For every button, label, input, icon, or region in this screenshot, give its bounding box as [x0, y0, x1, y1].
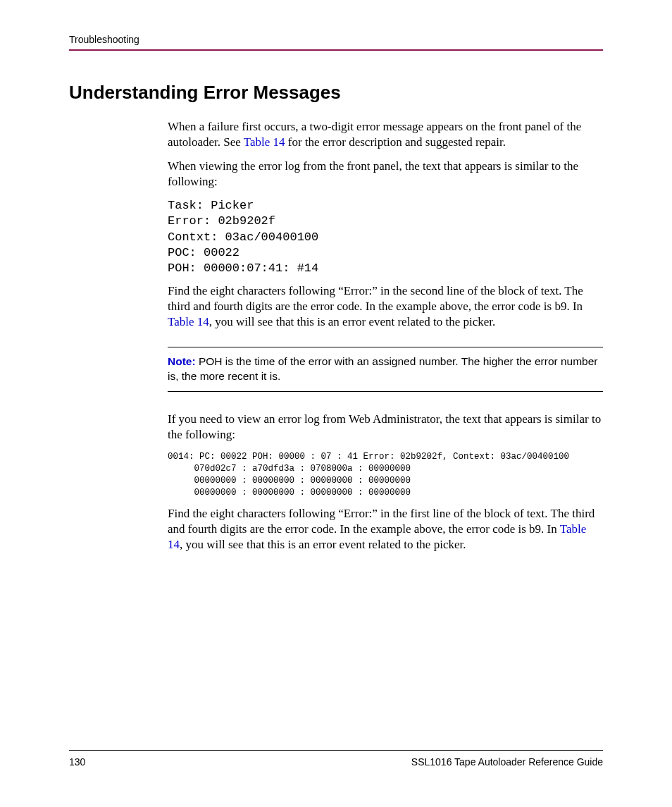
paragraph-3: Find the eight characters following “Err… — [168, 283, 603, 330]
note-box: Note: POH is the time of the error with … — [168, 347, 603, 392]
error-log-front-panel: Task: Picker Error: 02b9202f Contxt: 03a… — [168, 198, 603, 276]
section-title: Understanding Error Messages — [69, 82, 603, 104]
p3-text-1: Find the eight characters following “Err… — [168, 284, 583, 313]
p3-text-2: , you will see that this is an error eve… — [209, 315, 495, 328]
note-text: Note: POH is the time of the error with … — [168, 355, 603, 384]
p1-text-2: for the error description and suggested … — [285, 135, 506, 149]
running-header: Troubleshooting — [69, 34, 603, 45]
document-title: SSL1016 Tape Autoloader Reference Guide — [411, 756, 603, 768]
paragraph-5: Find the eight characters following “Err… — [168, 506, 603, 553]
footer-rule — [69, 750, 603, 751]
note-rule-bottom — [168, 391, 603, 392]
p5-text-1: Find the eight characters following “Err… — [168, 507, 595, 536]
body-content: When a failure first occurs, a two-digit… — [168, 119, 603, 553]
p5-text-2: , you will see that this is an error eve… — [180, 538, 466, 551]
page-footer: 130 SSL1016 Tape Autoloader Reference Gu… — [69, 750, 603, 768]
paragraph-1: When a failure first occurs, a two-digit… — [168, 119, 603, 150]
paragraph-4: If you need to view an error log from We… — [168, 412, 603, 443]
note-body: POH is the time of the error with an ass… — [168, 355, 598, 382]
error-log-web-admin: 0014: PC: 00022 POH: 00000 : 07 : 41 Err… — [168, 451, 603, 499]
paragraph-2: When viewing the error log from the fron… — [168, 159, 603, 190]
page-number: 130 — [69, 756, 85, 768]
table-14-link[interactable]: Table 14 — [244, 135, 285, 149]
note-label: Note: — [168, 355, 196, 367]
note-rule-top — [168, 347, 603, 347]
table-14-link[interactable]: Table 14 — [168, 315, 209, 328]
header-rule — [69, 49, 603, 51]
